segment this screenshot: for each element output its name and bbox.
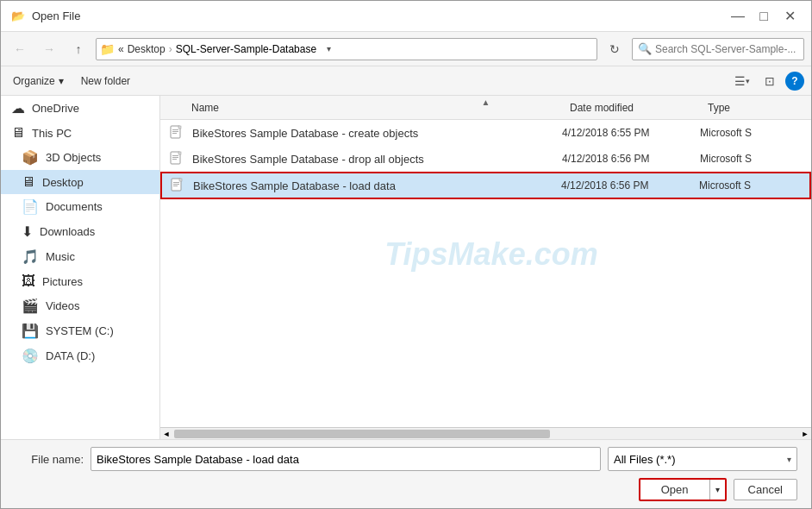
help-button[interactable]: ? [785,72,804,91]
svg-rect-6 [172,155,178,156]
file-date-3: 4/12/2018 6:56 PM [561,179,699,192]
watermark: TipsMake.com [384,236,597,273]
sort-arrow-icon: ▲ [480,96,492,109]
main-content: ☁ OneDrive 🖥 This PC 📦 3D Objects 🖥 Desk… [1,96,811,439]
sidebar-item-3d-objects[interactable]: 📦 3D Objects [1,145,159,170]
search-box[interactable]: 🔍 [632,38,804,60]
address-bar[interactable]: 📁 « Desktop › SQL-Server-Sample-Database… [96,38,597,60]
svg-rect-4 [178,126,181,129]
filename-input[interactable] [91,447,601,471]
sidebar-item-label-pictures: Pictures [42,275,83,288]
forward-button[interactable]: → [37,37,61,61]
file-row-2[interactable]: BikeStores Sample Database - drop all ob… [160,146,811,172]
downloads-icon: ⬇ [22,223,33,240]
address-sep1: › [169,43,172,55]
new-folder-label: New folder [81,75,130,87]
view-icon: ☰ [734,74,746,88]
file-list-header: ▲ Name Date modified Type [160,96,811,120]
address-crumb2: SQL-Server-Sample-Database [176,43,316,55]
sidebar-item-data-d[interactable]: 💿 DATA (D:) [1,343,159,368]
svg-rect-7 [172,157,178,158]
minimize-button[interactable]: — [727,5,749,28]
sidebar-item-downloads[interactable]: ⬇ Downloads [1,219,159,244]
maximize-button[interactable]: □ [753,5,775,28]
sidebar-item-label-onedrive: OneDrive [32,102,79,115]
onedrive-icon: ☁ [11,100,25,116]
dialog-icon: 📂 [11,9,25,23]
svg-rect-1 [172,129,178,130]
new-folder-button[interactable]: New folder [76,73,135,89]
scroll-left-button[interactable]: ◄ [160,428,172,439]
file-row-1[interactable]: BikeStores Sample Database - create obje… [160,120,811,146]
search-icon: 🔍 [638,42,652,55]
help-icon: ? [791,75,797,87]
search-input[interactable] [655,43,798,55]
filetype-dropdown-arrow-icon: ▾ [787,455,791,464]
filename-row: File name: All Files (*.*) ▾ [15,447,797,471]
3d-objects-icon: 📦 [22,149,39,166]
desktop-icon: 🖥 [22,174,35,190]
file-date-2: 4/12/2018 6:56 PM [562,153,700,165]
sidebar-item-system-c[interactable]: 💾 SYSTEM (C:) [1,318,159,343]
back-button[interactable]: ← [8,37,32,61]
videos-icon: 🎬 [22,298,39,314]
window-controls: — □ ✕ [727,5,801,28]
file-list-body: TipsMake.com BikeStores Sample Database … [160,120,811,427]
filetype-dropdown[interactable]: All Files (*.*) ▾ [608,447,797,471]
file-type-1: Microsoft S [700,127,803,139]
sidebar-item-videos[interactable]: 🎬 Videos [1,293,159,318]
svg-rect-8 [172,159,177,160]
file-icon-1 [168,124,185,141]
address-folder-icon: 📁 [100,42,115,56]
scrollbar-track[interactable] [172,428,799,439]
address-dropdown-button[interactable]: ▾ [320,39,337,60]
file-name-3: BikeStores Sample Database - load data [193,179,561,192]
col-header-name[interactable]: Name [167,102,563,114]
svg-rect-11 [173,182,179,183]
sidebar-item-label-system-c: SYSTEM (C:) [46,324,114,337]
scrollbar-thumb[interactable] [174,430,550,438]
title-bar: 📂 Open File — □ ✕ [1,1,811,32]
horizontal-scrollbar[interactable]: ◄ ► [160,427,811,439]
open-dropdown-button[interactable]: ▾ [710,480,725,500]
sidebar-item-music[interactable]: 🎵 Music [1,244,159,269]
open-button-group: Open ▾ [639,478,727,501]
filename-label: File name: [15,453,84,466]
col-header-type[interactable]: Type [701,102,804,114]
open-dropdown-arrow-icon: ▾ [715,485,720,494]
close-button[interactable]: ✕ [778,5,801,28]
open-file-dialog: 📂 Open File — □ ✕ ← → ↑ 📁 « Desktop › SQ… [0,0,812,509]
organize-button[interactable]: Organize ▾ [8,73,69,89]
svg-rect-2 [172,131,178,132]
refresh-button[interactable]: ↻ [603,38,627,60]
pane-button[interactable]: ⊡ [758,70,782,92]
svg-rect-9 [178,152,181,154]
organize-arrow-icon: ▾ [59,75,64,87]
dialog-title: Open File [32,9,727,22]
address-crumb-desktop: « [118,43,124,55]
col-header-date[interactable]: Date modified [563,102,701,114]
bottom-bar: File name: All Files (*.*) ▾ Open ▾ Canc… [1,439,811,508]
sidebar-item-documents[interactable]: 📄 Documents [1,194,159,219]
cancel-button[interactable]: Cancel [734,479,797,500]
sidebar-item-label-music: Music [46,250,75,263]
open-button[interactable]: Open [640,480,710,500]
file-row-3[interactable]: BikeStores Sample Database - load data 4… [160,172,811,199]
up-button[interactable]: ↑ [66,37,91,61]
view-arrow-icon: ▾ [746,77,750,85]
scroll-right-button[interactable]: ► [799,428,811,439]
sidebar-item-onedrive[interactable]: ☁ OneDrive [1,96,159,121]
bottom-actions: Open ▾ Cancel [15,478,797,501]
navigation-toolbar: ← → ↑ 📁 « Desktop › SQL-Server-Sample-Da… [1,32,811,66]
file-type-3: Microsoft S [699,179,803,192]
this-pc-icon: 🖥 [11,125,25,141]
sidebar-item-this-pc[interactable]: 🖥 This PC [1,121,159,145]
action-bar-right: ☰ ▾ ⊡ ? [730,70,804,92]
view-toggle-button[interactable]: ☰ ▾ [730,70,754,92]
svg-rect-13 [173,185,178,186]
sidebar-item-desktop[interactable]: 🖥 Desktop [1,170,159,194]
file-icon-3 [169,177,186,194]
sidebar-item-label-this-pc: This PC [32,127,72,140]
file-name-1: BikeStores Sample Database - create obje… [192,127,562,140]
sidebar-item-pictures[interactable]: 🖼 Pictures [1,269,159,293]
